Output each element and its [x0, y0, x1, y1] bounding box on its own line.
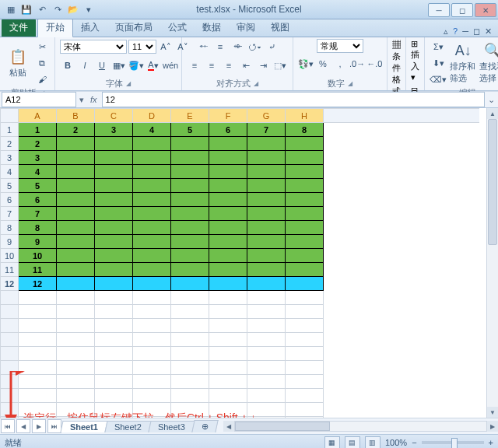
cell[interactable]: 7 — [19, 207, 57, 221]
cell[interactable] — [171, 249, 209, 263]
cell[interactable]: 10 — [19, 249, 57, 263]
cell[interactable] — [247, 305, 286, 319]
cell[interactable] — [247, 361, 286, 375]
formula-expand-icon[interactable]: ⌄ — [485, 95, 498, 105]
cell[interactable] — [57, 361, 95, 375]
row-header[interactable]: 6 — [1, 193, 19, 207]
sheet-nav-prev-icon[interactable]: ◀ — [16, 419, 30, 433]
cell[interactable]: 5 — [171, 123, 209, 137]
sheet-tab-1[interactable]: Sheet1 — [60, 421, 107, 432]
cell[interactable] — [171, 221, 209, 235]
cell[interactable] — [57, 193, 95, 207]
cell[interactable] — [247, 333, 286, 347]
cell[interactable] — [247, 235, 286, 249]
cell[interactable] — [247, 221, 286, 235]
cell[interactable] — [171, 235, 209, 249]
percent-icon[interactable]: % — [315, 56, 331, 72]
row-header[interactable] — [1, 417, 19, 418]
cell[interactable] — [133, 151, 171, 165]
minimize-ribbon-icon[interactable]: ▵ — [444, 26, 448, 37]
cell[interactable] — [95, 347, 133, 361]
sheet-nav-last-icon[interactable]: ⏭ — [47, 419, 61, 433]
cell[interactable]: 2 — [57, 123, 95, 137]
cell[interactable] — [286, 179, 324, 193]
cell[interactable] — [286, 333, 324, 347]
cell[interactable] — [286, 305, 324, 319]
tab-formulas[interactable]: 公式 — [160, 19, 195, 37]
cell[interactable] — [171, 319, 209, 333]
col-header-blank[interactable] — [324, 109, 480, 123]
cell[interactable]: 11 — [19, 263, 57, 277]
sort-filter-button[interactable]: A↓排序和筛选 — [450, 45, 476, 81]
cell[interactable] — [247, 151, 286, 165]
orientation-icon[interactable]: ⭯▾ — [247, 39, 262, 54]
cell[interactable] — [95, 151, 133, 165]
cell[interactable] — [247, 347, 286, 361]
name-box-dropdown-icon[interactable]: ▾ — [78, 95, 86, 105]
cell[interactable] — [57, 207, 95, 221]
cell[interactable] — [209, 137, 247, 151]
cell[interactable] — [133, 347, 171, 361]
cell[interactable] — [95, 179, 133, 193]
cut-icon[interactable]: ✂ — [34, 39, 50, 54]
sheet-tab-2[interactable]: Sheet2 — [104, 421, 151, 432]
cell[interactable]: 2 — [19, 137, 57, 151]
cell[interactable] — [95, 165, 133, 179]
row-header[interactable] — [1, 347, 19, 361]
cell[interactable] — [209, 319, 247, 333]
cell[interactable] — [95, 305, 133, 319]
cell[interactable] — [19, 319, 57, 333]
formula-input[interactable]: 12 — [102, 92, 485, 107]
cell-blank[interactable] — [324, 165, 480, 179]
cell[interactable] — [247, 137, 286, 151]
cell[interactable]: 8 — [19, 221, 57, 235]
cell[interactable] — [133, 375, 171, 389]
tab-data[interactable]: 数据 — [195, 19, 229, 37]
scroll-up-icon[interactable]: ▲ — [487, 108, 498, 119]
align-top-icon[interactable]: ⬴ — [195, 39, 211, 54]
cell[interactable] — [19, 375, 57, 389]
cell-blank[interactable] — [324, 207, 480, 221]
col-header[interactable]: F — [209, 109, 247, 123]
dialog-launcher-icon[interactable]: ◢ — [126, 80, 131, 87]
cell[interactable] — [209, 361, 247, 375]
row-header[interactable]: 11 — [1, 263, 19, 277]
tab-insert[interactable]: 插入 — [73, 19, 107, 37]
merge-icon[interactable]: ⬚▾ — [272, 58, 288, 73]
cell-blank[interactable] — [324, 151, 480, 165]
cell[interactable] — [95, 249, 133, 263]
cell[interactable] — [286, 277, 324, 291]
cell[interactable] — [247, 249, 286, 263]
sheet-tab-3[interactable]: Sheet3 — [148, 421, 195, 432]
cell[interactable]: 4 — [19, 165, 57, 179]
cell[interactable] — [95, 137, 133, 151]
cell[interactable] — [133, 305, 171, 319]
cell[interactable] — [95, 375, 133, 389]
cell[interactable]: 6 — [19, 193, 57, 207]
cell-blank[interactable] — [324, 361, 480, 375]
cell[interactable] — [133, 179, 171, 193]
align-right-icon[interactable]: ≡ — [221, 58, 237, 73]
cell[interactable] — [95, 389, 133, 403]
cell-blank[interactable] — [324, 235, 480, 249]
cell[interactable] — [209, 193, 247, 207]
cell[interactable] — [57, 151, 95, 165]
wrap-text-icon[interactable]: ⤶ — [264, 39, 279, 54]
font-name-select[interactable]: 宋体 — [60, 40, 127, 54]
row-header[interactable]: 5 — [1, 179, 19, 193]
cell[interactable] — [95, 207, 133, 221]
cell[interactable]: 3 — [95, 123, 133, 137]
cell[interactable] — [286, 375, 324, 389]
align-center-icon[interactable]: ≡ — [204, 58, 219, 73]
cell[interactable] — [57, 249, 95, 263]
cell[interactable] — [19, 333, 57, 347]
zoom-in-button[interactable]: + — [489, 438, 493, 447]
cell[interactable] — [209, 375, 247, 389]
currency-icon[interactable]: 💱▾ — [298, 56, 314, 72]
cell[interactable] — [171, 207, 209, 221]
row-header[interactable] — [1, 333, 19, 347]
col-header[interactable]: G — [247, 109, 286, 123]
sheet-nav-first-icon[interactable]: ⏮ — [1, 419, 15, 433]
cell[interactable] — [286, 291, 324, 305]
font-size-select[interactable]: 11 — [128, 40, 156, 54]
